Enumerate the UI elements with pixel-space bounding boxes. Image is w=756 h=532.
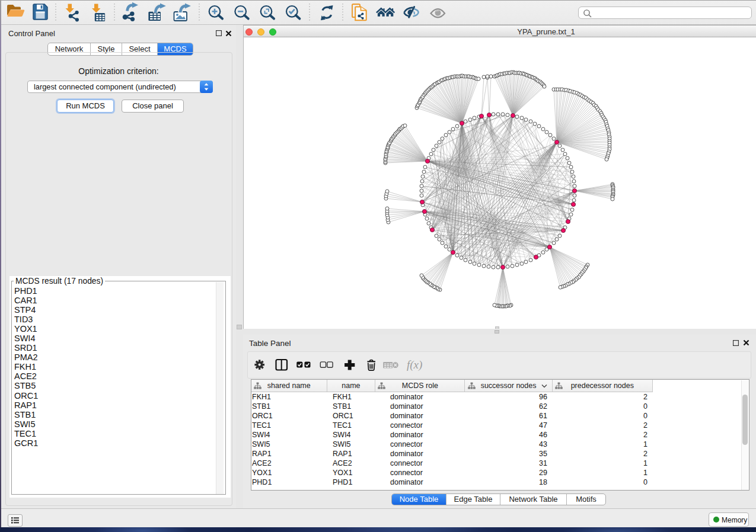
svg-text:f(x): f(x): [407, 358, 422, 371]
